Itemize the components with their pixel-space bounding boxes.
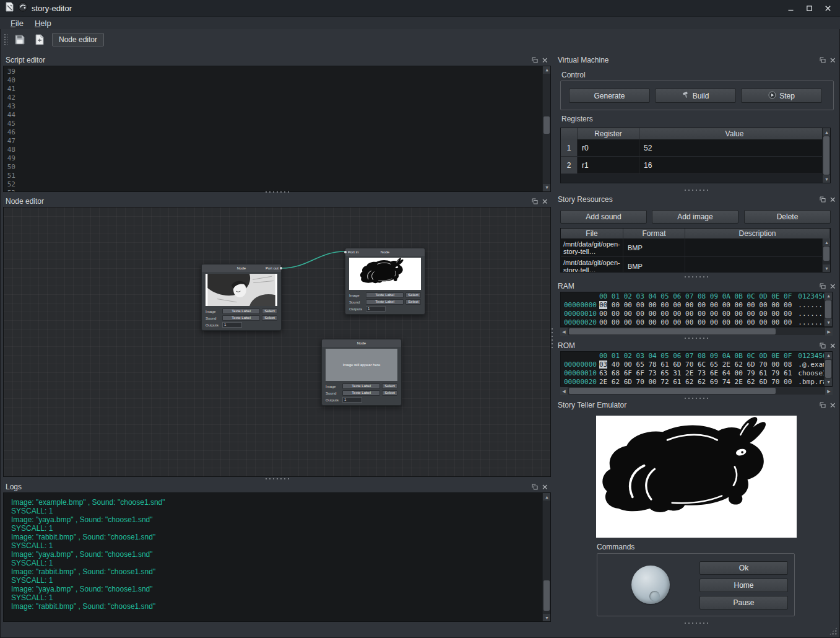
format-column-header[interactable]: Format bbox=[623, 229, 685, 238]
registers-table[interactable]: Register Value 1 r0 52 2 r1 16 ▲ ▼ bbox=[560, 128, 831, 183]
save-icon[interactable] bbox=[12, 32, 27, 47]
float-panel-icon[interactable] bbox=[530, 483, 539, 491]
script-code-editor[interactable]: 39 ; t2: increment 4 40 ; t3: current me… bbox=[3, 66, 551, 192]
code-line[interactable]: 48 add t3, t2 ; @++ bbox=[4, 146, 542, 154]
select-image-button[interactable]: Select bbox=[405, 292, 421, 298]
select-sound-button[interactable]: Select bbox=[382, 390, 397, 396]
close-panel-icon[interactable] bbox=[828, 342, 836, 350]
texte-label-button[interactable]: Texte Label bbox=[342, 390, 380, 396]
scroll-thumb[interactable] bbox=[543, 580, 550, 611]
texte-label-button[interactable]: Texte Label bbox=[366, 299, 404, 305]
hex-bytes[interactable]: 40 00 65 78 61 6D 70 6C 65 2E 62 6D 70 0… bbox=[607, 361, 792, 369]
splitter-handle[interactable] bbox=[264, 478, 289, 480]
float-panel-icon[interactable] bbox=[530, 56, 539, 64]
outputs-spinbox[interactable]: 1 bbox=[342, 397, 362, 403]
menu-item[interactable]: File bbox=[5, 18, 29, 28]
scroll-thumb[interactable] bbox=[825, 300, 831, 318]
home-button[interactable]: Home bbox=[699, 579, 788, 592]
value-column-header[interactable]: Value bbox=[639, 128, 830, 139]
node-graph-canvas[interactable]: Node Port out Image Texte Label Select S… bbox=[3, 207, 551, 477]
export-document-icon[interactable] bbox=[32, 32, 47, 47]
scroll-up-arrow-icon[interactable]: ▲ bbox=[825, 352, 833, 359]
texte-label-button[interactable]: Texte Label bbox=[342, 383, 380, 389]
hex-bytes[interactable]: 00 00 00 00 00 00 00 00 00 00 00 00 00 0… bbox=[599, 310, 792, 318]
float-panel-icon[interactable] bbox=[530, 198, 539, 206]
scroll-right-arrow-icon[interactable]: ▶ bbox=[825, 328, 833, 336]
selected-byte[interactable]: 00 bbox=[599, 301, 607, 309]
code-line[interactable]: 50 bbox=[4, 163, 542, 172]
scroll-thumb[interactable] bbox=[823, 136, 829, 175]
media-node-empty[interactable]: Node Image will appear here Image Texte … bbox=[321, 339, 402, 406]
scroll-down-arrow-icon[interactable]: ▼ bbox=[823, 175, 831, 183]
register-row[interactable]: 1 r0 52 bbox=[561, 139, 830, 157]
scroll-down-arrow-icon[interactable]: ▼ bbox=[825, 378, 833, 386]
ram-horizontal-scrollbar[interactable]: ◀ ▶ bbox=[560, 327, 833, 335]
script-vertical-scrollbar[interactable]: ▲ ▼ bbox=[542, 66, 550, 191]
ram-vertical-scrollbar[interactable]: ▲ ▼ bbox=[824, 292, 832, 326]
hex-row[interactable]: 00000020 00 00 00 00 00 00 00 00 00 00 0… bbox=[561, 318, 832, 327]
step-button[interactable]: Step bbox=[741, 89, 822, 103]
registers-scrollbar[interactable]: ▲ ▼ bbox=[822, 128, 830, 183]
toolbar-drag-handle[interactable] bbox=[4, 33, 7, 46]
minimize-icon[interactable] bbox=[783, 2, 798, 14]
float-panel-icon[interactable] bbox=[818, 56, 826, 64]
scroll-thumb[interactable] bbox=[569, 328, 776, 334]
texte-label-button[interactable]: Texte Label bbox=[222, 315, 260, 321]
hex-row[interactable]: 00000000 03 40 00 65 78 61 6D 70 6C 65 2… bbox=[561, 361, 832, 369]
rotary-knob[interactable] bbox=[631, 566, 670, 604]
float-panel-icon[interactable] bbox=[818, 342, 826, 350]
maximize-icon[interactable] bbox=[802, 2, 816, 14]
node-editor-toolbar-button[interactable]: Node editor bbox=[52, 33, 104, 46]
register-name-cell[interactable]: r1 bbox=[578, 157, 639, 173]
scroll-right-arrow-icon[interactable]: ▶ bbox=[825, 387, 833, 395]
splitter-handle[interactable] bbox=[683, 276, 708, 278]
port-in-dot[interactable] bbox=[344, 251, 347, 253]
scroll-up-arrow-icon[interactable]: ▲ bbox=[823, 238, 831, 246]
menu-item[interactable]: Help bbox=[29, 18, 57, 28]
close-icon[interactable] bbox=[820, 2, 835, 14]
select-sound-button[interactable]: Select bbox=[405, 299, 421, 305]
ram-hex-view[interactable]: 00 01 02 03 04 05 06 07 08 09 0A 0B 0C 0… bbox=[560, 292, 833, 327]
code-line[interactable]: 44 lcons t1, 1 bbox=[4, 111, 542, 120]
close-panel-icon[interactable] bbox=[828, 282, 836, 291]
scroll-thumb[interactable] bbox=[569, 388, 776, 394]
hex-row[interactable]: 00000010 63 68 6F 6F 73 65 31 2E 73 6E 6… bbox=[561, 369, 832, 378]
resource-format-cell[interactable]: BMP bbox=[623, 238, 685, 256]
description-column-header[interactable]: Description bbox=[685, 229, 830, 238]
splitter-handle[interactable] bbox=[683, 189, 708, 191]
code-line[interactable]: 46 mov t3, r0 bbox=[4, 128, 542, 137]
code-line[interactable]: 41 bbox=[4, 85, 542, 94]
texte-label-button[interactable]: Texte Label bbox=[222, 308, 260, 314]
float-panel-icon[interactable] bbox=[818, 196, 826, 204]
hex-row[interactable]: 00000010 00 00 00 00 00 00 00 00 00 00 0… bbox=[561, 310, 832, 318]
window-resize-grip[interactable] bbox=[829, 627, 838, 636]
select-image-button[interactable]: Select bbox=[382, 383, 397, 389]
resource-description-cell[interactable] bbox=[685, 257, 830, 273]
register-column-header[interactable]: Register bbox=[578, 128, 639, 139]
logs-vertical-scrollbar[interactable]: ▲ ▼ bbox=[542, 493, 550, 621]
scroll-thumb[interactable] bbox=[543, 116, 550, 134]
scroll-up-arrow-icon[interactable]: ▲ bbox=[543, 493, 551, 500]
scroll-down-arrow-icon[interactable]: ▼ bbox=[543, 614, 551, 621]
file-column-header[interactable]: File bbox=[561, 229, 623, 238]
float-panel-icon[interactable] bbox=[818, 282, 826, 291]
hex-row[interactable]: 00000020 2E 62 6D 70 00 72 61 62 62 69 7… bbox=[561, 378, 832, 387]
resource-file-cell[interactable]: /mnt/data/git/open-story-tell… bbox=[561, 257, 623, 273]
splitter-handle[interactable] bbox=[683, 622, 708, 624]
ok-button[interactable]: Ok bbox=[699, 561, 788, 575]
add-image-button[interactable]: Add image bbox=[652, 210, 738, 224]
resources-scrollbar[interactable]: ▲ ▼ bbox=[822, 238, 830, 272]
code-line[interactable]: 47 media_loop: bbox=[4, 137, 542, 146]
resource-description-cell[interactable] bbox=[685, 238, 830, 256]
register-value-cell[interactable]: 52 bbox=[639, 139, 830, 156]
node-title-bar[interactable]: Node Port out bbox=[202, 264, 281, 272]
close-panel-icon[interactable] bbox=[540, 56, 548, 64]
scroll-down-arrow-icon[interactable]: ▼ bbox=[825, 319, 833, 326]
rom-horizontal-scrollbar[interactable]: ◀ ▶ bbox=[560, 387, 833, 395]
scroll-thumb[interactable] bbox=[823, 247, 829, 261]
build-button[interactable]: Build bbox=[655, 89, 736, 103]
close-panel-icon[interactable] bbox=[828, 56, 836, 64]
code-line[interactable]: 39 ; t2: increment 4 bbox=[4, 68, 542, 76]
vertical-splitter-handle[interactable] bbox=[551, 327, 553, 349]
node-title-bar[interactable]: Node bbox=[322, 339, 401, 347]
